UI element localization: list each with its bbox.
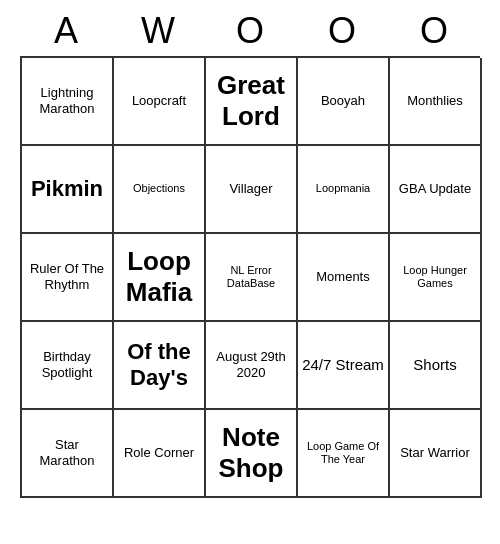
cell-label: 24/7 Stream (302, 356, 384, 374)
bingo-cell: NL Error DataBase (206, 234, 298, 322)
bingo-cell: Villager (206, 146, 298, 234)
bingo-cell: GBA Update (390, 146, 482, 234)
bingo-cell: Loop Hunger Games (390, 234, 482, 322)
column-header: W (112, 10, 204, 52)
bingo-cell: Star Marathon (22, 410, 114, 498)
bingo-cell: Star Warrior (390, 410, 482, 498)
cell-label: Booyah (321, 93, 365, 109)
bingo-cell: Ruler Of The Rhythm (22, 234, 114, 322)
bingo-cell: Pikmin (22, 146, 114, 234)
cell-label: Of the Day's (118, 339, 200, 392)
bingo-cell: Shorts (390, 322, 482, 410)
cell-label: Loopcraft (132, 93, 186, 109)
bingo-cell: Loop Game Of The Year (298, 410, 390, 498)
bingo-cell: Monthlies (390, 58, 482, 146)
cell-label: Moments (316, 269, 369, 285)
column-header: O (204, 10, 296, 52)
cell-label: Pikmin (31, 176, 103, 202)
bingo-cell: Loopmania (298, 146, 390, 234)
bingo-cell: Note Shop (206, 410, 298, 498)
bingo-cell: Booyah (298, 58, 390, 146)
cell-label: August 29th 2020 (210, 349, 292, 380)
cell-label: Monthlies (407, 93, 463, 109)
bingo-cell: Great Lord (206, 58, 298, 146)
bingo-cell: Lightning Marathon (22, 58, 114, 146)
cell-label: Villager (229, 181, 272, 197)
bingo-cell: Moments (298, 234, 390, 322)
cell-label: Loopmania (316, 182, 370, 195)
bingo-cell: August 29th 2020 (206, 322, 298, 410)
cell-label: Lightning Marathon (26, 85, 108, 116)
cell-label: Note Shop (210, 422, 292, 484)
bingo-cell: Role Corner (114, 410, 206, 498)
bingo-grid: Lightning MarathonLoopcraftGreat LordBoo… (20, 56, 480, 498)
cell-label: Birthday Spotlight (26, 349, 108, 380)
bingo-cell: Loop Mafia (114, 234, 206, 322)
bingo-cell: Of the Day's (114, 322, 206, 410)
bingo-cell: Birthday Spotlight (22, 322, 114, 410)
cell-label: Ruler Of The Rhythm (26, 261, 108, 292)
cell-label: Loop Hunger Games (394, 264, 476, 290)
column-header: O (296, 10, 388, 52)
cell-label: Loop Mafia (118, 246, 200, 308)
cell-label: Star Warrior (400, 445, 470, 461)
cell-label: Objections (133, 182, 185, 195)
cell-label: Role Corner (124, 445, 194, 461)
cell-label: GBA Update (399, 181, 471, 197)
cell-label: Star Marathon (26, 437, 108, 468)
bingo-cell: Loopcraft (114, 58, 206, 146)
column-header: O (388, 10, 480, 52)
bingo-cell: 24/7 Stream (298, 322, 390, 410)
column-header: A (20, 10, 112, 52)
header-row: AWOOO (20, 10, 480, 52)
cell-label: Great Lord (210, 70, 292, 132)
cell-label: NL Error DataBase (210, 264, 292, 290)
bingo-cell: Objections (114, 146, 206, 234)
cell-label: Shorts (413, 356, 456, 374)
cell-label: Loop Game Of The Year (302, 440, 384, 466)
